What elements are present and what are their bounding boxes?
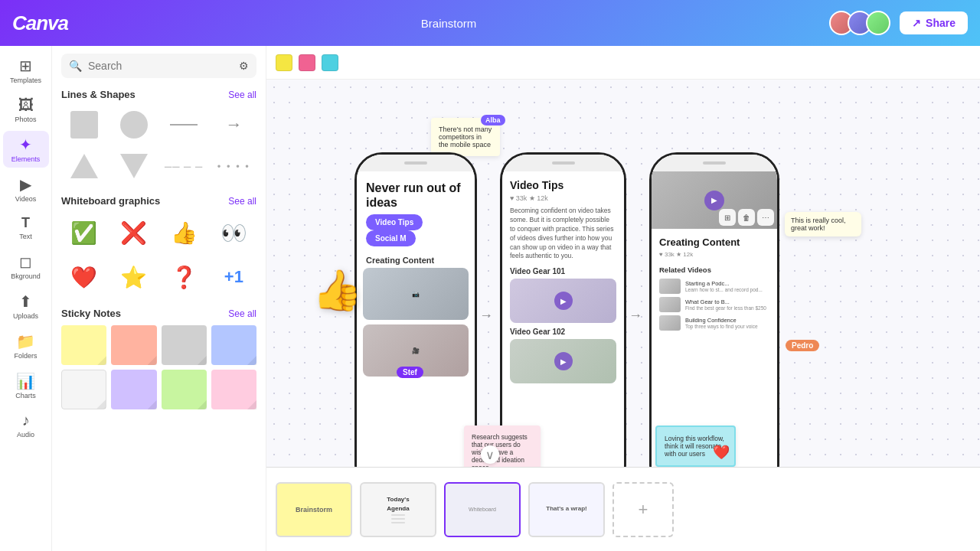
filter-button[interactable]: ⚙ — [239, 60, 249, 72]
wb-plusone[interactable]: +1 — [211, 257, 256, 297]
slide-thumb-2[interactable]: Today's Agenda — [360, 482, 436, 537]
color-swatch-yellow[interactable] — [276, 54, 292, 71]
related-thumb-3 — [659, 315, 681, 331]
phone3-related-title: Related Videos — [652, 262, 777, 277]
lines-shapes-header: Lines & Shapes See all — [61, 89, 256, 100]
related-title-1: Starting a Podc... — [685, 280, 763, 287]
lines-shapes-see-all[interactable]: See all — [228, 90, 256, 100]
text-icon: T — [21, 215, 30, 231]
slide-label-4: That's a wrap! — [546, 505, 586, 513]
sidebar-item-charts[interactable]: 📊 Charts — [3, 367, 49, 404]
phone1-btn2[interactable]: Social M — [366, 230, 416, 246]
sidebar-label-charts: Charts — [15, 392, 36, 399]
sticky-notes-title: Sticky Notes — [61, 308, 121, 319]
wb-checkmark[interactable]: ✅ — [61, 213, 106, 253]
wb-cross[interactable]: ❌ — [111, 213, 156, 253]
slide-thumb-4[interactable]: That's a wrap! — [528, 482, 605, 537]
whiteboard-graphics-title: Whiteboard graphics — [61, 195, 160, 207]
related-thumb-1 — [659, 279, 681, 294]
sidebar-item-text[interactable]: T Text — [3, 210, 49, 245]
phone2-title: Video Tips — [502, 171, 624, 194]
uploads-icon: ⬆ — [19, 292, 32, 311]
phone2-video1[interactable]: ▶ — [510, 279, 616, 323]
phone1-card1: 📷 — [363, 268, 469, 320]
sticky-pink[interactable] — [211, 370, 256, 409]
slide-thumb-3[interactable]: Whiteboard — [444, 482, 521, 537]
share-button[interactable]: ↗ Share — [900, 11, 968, 34]
related-sub-2: Find the best gear for less than $250 — [685, 305, 766, 311]
scroll-down-chevron[interactable]: ∨ — [481, 445, 499, 464]
avatar-group — [829, 11, 890, 35]
related-sub-1: Learn how to st... and record pod... — [685, 287, 763, 292]
sticky-lavender[interactable] — [111, 370, 156, 409]
slide-thumb-1[interactable]: Brainstorm — [276, 482, 352, 537]
sidebar-item-folders[interactable]: 📁 Folders — [3, 328, 49, 364]
canvas-toolbar — [266, 46, 980, 80]
related-text-3: Building Confidence Top three ways to fi… — [685, 317, 758, 329]
color-swatch-teal[interactable] — [322, 54, 338, 71]
topbar-right: ↗ Share — [829, 11, 968, 35]
more-btn[interactable]: ⋯ — [757, 209, 774, 226]
shapes-grid: → ── ─ ─ • • • • — [61, 106, 256, 184]
sticky-green[interactable] — [162, 370, 207, 409]
wb-heart[interactable]: ❤️ — [61, 257, 106, 297]
sticky-notes-see-all[interactable]: See all — [228, 308, 256, 319]
sticky-note-bottom-teal[interactable]: Loving this workflow, think it will reso… — [655, 425, 736, 467]
arrow-connector-1: → — [479, 308, 493, 324]
related-title-3: Building Confidence — [685, 317, 758, 324]
sidebar-item-background[interactable]: ◻ Bkground — [3, 248, 49, 285]
lines-shapes-title: Lines & Shapes — [61, 89, 136, 100]
sidebar-item-templates[interactable]: ⊞ Templates — [3, 52, 49, 89]
phone1-btn1[interactable]: Video Tips — [366, 214, 423, 230]
icon-sidebar: ⊞ Templates 🖼 Photos ✦ Elements ▶ Videos… — [0, 46, 52, 551]
wb-question[interactable]: ❓ — [162, 257, 207, 297]
search-input[interactable] — [88, 60, 233, 72]
sidebar-item-elements[interactable]: ✦ Elements — [3, 131, 49, 168]
add-slide-button[interactable]: + — [612, 482, 674, 537]
shape-dashes[interactable]: ── ─ ─ — [162, 148, 207, 184]
sticky-white[interactable] — [61, 370, 106, 409]
search-bar[interactable]: 🔍 ⚙ — [61, 54, 256, 78]
related-item-1: Starting a Podc... Learn how to st... an… — [652, 277, 777, 295]
phone1-title: Never run out of ideas — [357, 171, 475, 214]
sticky-salmon[interactable] — [111, 325, 156, 365]
shape-triangle-down[interactable] — [111, 148, 156, 184]
alba-tag: Alba — [481, 115, 505, 126]
shape-line[interactable] — [162, 106, 207, 143]
wb-star[interactable]: ⭐ — [111, 257, 156, 297]
copy-btn[interactable]: ⊞ — [719, 209, 736, 226]
related-title-2: What Gear to B... — [685, 298, 766, 305]
canva-logo: Canva — [12, 11, 68, 35]
related-text-1: Starting a Podc... Learn how to st... an… — [685, 280, 763, 292]
sidebar-label-uploads: Uploads — [13, 312, 38, 320]
color-swatch-pink[interactable] — [299, 54, 315, 71]
sidebar-label-templates: Templates — [10, 77, 41, 84]
shape-triangle[interactable] — [61, 148, 106, 184]
shape-arrow[interactable]: → — [211, 106, 256, 143]
phone2-stats: ♥ 33k ★ 12k — [502, 194, 624, 207]
wb-eyes[interactable]: 👀 — [211, 213, 256, 253]
slide-label-1: Brainstorm — [296, 506, 332, 514]
sidebar-label-photos: Photos — [15, 116, 36, 123]
phone3-stats: ♥ 33k ★ 12k — [652, 251, 777, 262]
sidebar-item-uploads[interactable]: ⬆ Uploads — [3, 288, 49, 324]
sidebar-label-background: Bkground — [11, 272, 41, 280]
shape-dots[interactable]: • • • • — [211, 148, 256, 184]
sticky-notes-header: Sticky Notes See all — [61, 308, 256, 319]
wb-thumbsup[interactable]: 👍 — [162, 213, 207, 253]
whiteboard-graphics-see-all[interactable]: See all — [228, 196, 256, 207]
sidebar-item-videos[interactable]: ▶ Videos — [3, 171, 49, 207]
thumbs-up-sticker[interactable]: 👍 — [312, 267, 362, 314]
phone2-section2: Video Gear 102 — [502, 328, 624, 339]
phone3-title: Creating Content — [652, 229, 777, 251]
sidebar-item-audio[interactable]: ♪ Audio — [3, 407, 49, 443]
delete-btn[interactable]: 🗑 — [738, 209, 755, 226]
phone2-video2[interactable]: ▶ — [510, 339, 616, 383]
shape-square[interactable] — [61, 106, 106, 143]
sticky-blue[interactable] — [211, 325, 256, 365]
sticky-gray[interactable] — [162, 325, 207, 365]
sidebar-item-photos[interactable]: 🖼 Photos — [3, 92, 49, 128]
shape-circle[interactable] — [111, 106, 156, 143]
sidebar-label-elements: Elements — [11, 155, 41, 163]
sticky-yellow[interactable] — [61, 325, 106, 365]
